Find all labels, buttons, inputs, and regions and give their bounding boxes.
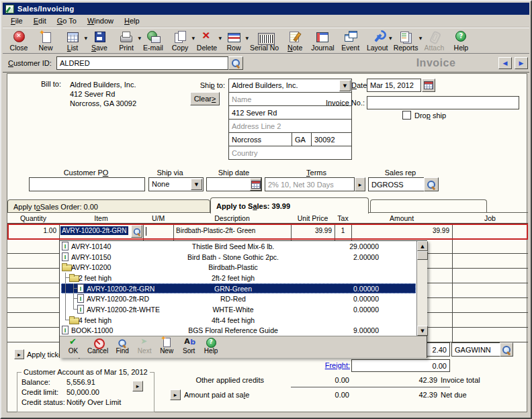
next-record-button[interactable]: ▶ [515, 57, 528, 69]
credit-status-value: Notify Over Limit [66, 398, 121, 406]
item-quantity: 9.00000 [325, 326, 379, 334]
toolbar-e-mail-button[interactable]: E-mail [140, 30, 167, 52]
menu-help[interactable]: Help [119, 15, 145, 26]
date-calendar-button[interactable] [422, 79, 435, 92]
toolbar-print-button[interactable]: ▼Print [113, 30, 140, 52]
amount-paid-button[interactable]: ▸ [170, 389, 181, 400]
unit-price-cell[interactable]: 39.99 [291, 224, 332, 234]
list-item-avry-10200-2ft-rd[interactable]: AVRY-10200-2ft-RDRD-Red0.00000 [60, 293, 416, 304]
list-item-avry-10200-2ft-grn[interactable]: AVRY-10200-2ft-GRNGRN-Green0.00000 [60, 283, 416, 294]
help-button[interactable]: Help [203, 338, 219, 355]
chevron-down-icon[interactable]: ▼ [339, 80, 351, 91]
item-icon [62, 326, 69, 334]
item-description: Birdbath-Plastic [174, 263, 292, 271]
menu-window[interactable]: Window [82, 15, 119, 26]
list-item-avry-10200[interactable]: AVRY-10200Birdbath-Plastic [60, 262, 416, 273]
list-item-2-feet-high[interactable]: 2 feet high2ft-2 feet high [60, 273, 416, 283]
col-header-unit-price: Unit Price [291, 214, 335, 224]
other-credits-value: 0.00 [296, 376, 349, 384]
menu-go-to[interactable]: Go To [52, 15, 82, 26]
tax-cell[interactable]: 1 [335, 224, 351, 234]
toolbar-save-button[interactable]: Save [86, 30, 113, 52]
sales-tax-code-field[interactable]: GAGWINN [451, 342, 500, 357]
ship-state-field[interactable]: GA [292, 132, 312, 146]
scrollbar-thumb[interactable] [417, 251, 428, 260]
next-icon [138, 338, 151, 347]
tab-apply-sales-order[interactable]: Apply to Sales Order: 0.00 [7, 199, 210, 213]
terms-expand-button[interactable]: ▸ [355, 177, 365, 191]
toolbar-layout-button[interactable]: ▼Layout [364, 30, 391, 52]
scrollbar-up-button[interactable]: ▲ [417, 241, 428, 251]
customer-id-lookup-button[interactable] [228, 56, 243, 70]
sort-button[interactable]: Sort [181, 338, 197, 355]
account-detail-button[interactable]: ▸ [132, 381, 143, 391]
apply-tickets-button[interactable]: ▸ [14, 349, 24, 359]
item-lookup-footer: OKCancelFindNextNewSortHelp [60, 336, 427, 358]
toolbar-serial-no-button[interactable]: Serial No [247, 30, 281, 52]
clear-button[interactable]: Clear > [190, 92, 220, 105]
ship-via-select[interactable]: None ▼ [148, 177, 204, 191]
scrollbar-down-button[interactable]: ▼ [417, 326, 428, 336]
ship-to-select[interactable]: Aldred Builders, Inc. ▼ [228, 79, 352, 93]
toolbar-list-button[interactable]: ▼List [59, 30, 86, 52]
sales-rep-input[interactable]: DGROSS [368, 177, 425, 191]
quantity-cell[interactable]: 1.00 [7, 224, 56, 234]
check-icon [66, 338, 80, 347]
invoice-mode-label: Invoice [399, 57, 473, 69]
invoice-no-input[interactable] [367, 96, 519, 109]
ship-address2-field[interactable]: Address Line 2 [228, 119, 352, 133]
toolbar-note-button[interactable]: Note [281, 30, 308, 52]
item-icon [77, 305, 84, 314]
customer-po-input[interactable] [29, 177, 145, 191]
toolbar-new-button[interactable]: New [32, 30, 59, 52]
cancel-button[interactable]: Cancel [87, 338, 108, 355]
find-button[interactable]: Find [114, 338, 130, 355]
chevron-down-icon[interactable]: ▼ [191, 179, 202, 190]
drop-ship-checkbox[interactable] [402, 111, 411, 120]
menu-file[interactable]: File [5, 15, 28, 26]
item-lookup-button[interactable] [131, 225, 142, 238]
terms-input[interactable]: 2% 10, Net 30 Days [265, 177, 355, 191]
list-item-avry-10140[interactable]: AVRY-10140Thistle Bird Seed Mix-6 lb.29.… [60, 241, 416, 252]
toolbar-label: List [62, 44, 83, 52]
sales-rep-lookup-button[interactable] [424, 177, 439, 191]
ship-address1-field[interactable]: 412 Sever Rd [228, 105, 352, 120]
item-cell[interactable]: AVRY-10200-2ft-GRN [60, 226, 128, 234]
description-cell[interactable]: Birdbath-Plastic-2ft- Green [176, 224, 290, 234]
toolbar-help-button[interactable]: Help [447, 30, 474, 52]
ship-country-field[interactable]: Country [228, 146, 352, 160]
ship-city-field[interactable]: Norcross [228, 132, 292, 146]
toolbar-event-button[interactable]: Event [337, 30, 364, 52]
amount-cell[interactable]: 39.99 [351, 224, 449, 234]
ship-zip-field[interactable]: 30092 [311, 132, 352, 146]
toolbar-copy-button[interactable]: ▼Copy [167, 30, 193, 52]
ok-button[interactable]: OK [65, 338, 81, 355]
toolbar-row-button[interactable]: ▼Row [220, 30, 247, 52]
col-header-item: Item [59, 214, 143, 224]
customer-id-input[interactable]: ALDRED [56, 56, 228, 70]
toolbar-delete-button[interactable]: ▼Delete [193, 30, 220, 52]
toolbar-journal-button[interactable]: Journal [308, 30, 337, 52]
item-quantity: 0.00000 [325, 285, 379, 293]
ship-date-calendar-button[interactable] [250, 178, 261, 191]
new-button[interactable]: New [159, 338, 175, 355]
menu-edit[interactable]: Edit [28, 15, 52, 26]
date-input[interactable]: Mar 15, 2012 [367, 79, 421, 92]
list-item-4-feet-high[interactable]: 4 feet high4ft-4 feet high [60, 315, 416, 326]
toolbar-reports-button[interactable]: ▼Reports [391, 30, 421, 52]
list-item-avry-10200-2ft-whte[interactable]: AVRY-10200-2ft-WHTEWHTE-White0.00000 [60, 304, 416, 315]
tab-apply-sales[interactable]: Apply to Sales: 39.99 [210, 197, 369, 214]
toolbar-close-button[interactable]: Close [5, 30, 32, 52]
scrollbar[interactable]: ▲ ▼ [416, 241, 427, 336]
freight-amount-cell[interactable]: 0.00 [351, 359, 450, 372]
close-icon [11, 30, 26, 44]
freight-link[interactable]: Freight: [303, 361, 350, 369]
previous-record-button[interactable]: ◀ [498, 57, 512, 69]
magnifier-icon [501, 344, 512, 355]
col-header-quantity: Quantity [7, 214, 59, 224]
sales-tax-lookup-button[interactable] [500, 342, 513, 357]
list-item-book-11000[interactable]: BOOK-11000BGS Floral Reference Guide9.00… [60, 325, 416, 336]
tree-connector [65, 293, 71, 304]
arrow-right-small-icon: ▸ [136, 383, 140, 389]
list-item-avry-10150[interactable]: AVRY-10150Bird Bath - Stone Gothic 2pc.2… [60, 252, 416, 263]
